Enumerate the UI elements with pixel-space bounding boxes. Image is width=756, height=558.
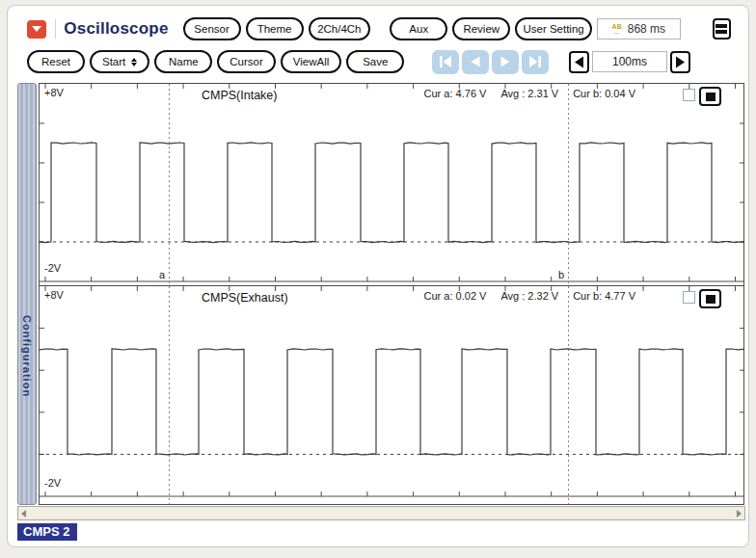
main-area: Configuration ab +8V CMPS(Intake) Cur a:…	[17, 83, 744, 505]
timebase-control: 100ms	[569, 51, 690, 73]
left-triangle-icon	[574, 56, 584, 68]
channel-title: CMPS(Intake)	[202, 89, 278, 102]
cursor-button[interactable]: Cursor	[217, 50, 276, 73]
toolbar-secondary: Reset Start Name Cursor ViewAll Save	[27, 46, 739, 77]
skip-first-button[interactable]	[432, 50, 459, 74]
avg-readout: Avg : 2.32 V	[500, 290, 558, 302]
sidebar-tab-configuration[interactable]: Configuration	[17, 83, 37, 505]
channel-checkbox[interactable]	[683, 291, 695, 304]
cursor-delta-value: 868 ms	[628, 22, 665, 36]
cursor-b-label: b	[558, 269, 564, 280]
step-forward-button[interactable]	[492, 50, 519, 74]
start-spinner-icon	[131, 58, 137, 66]
channel-tab-row: CMPS 2	[17, 522, 744, 542]
aux-button[interactable]: Aux	[390, 17, 447, 40]
app-window: Oscilloscope Sensor Theme 2Ch/4Ch Aux Re…	[7, 5, 749, 547]
cursor-a-label: a	[159, 269, 166, 280]
step-back-icon	[469, 56, 482, 67]
channel-mode-button[interactable]: 2Ch/4Ch	[309, 17, 371, 40]
reset-button[interactable]: Reset	[27, 50, 85, 73]
cursor-a-readout: Cur a: 0.02 V	[424, 290, 487, 302]
skip-last-button[interactable]	[522, 50, 549, 74]
scroll-right-icon[interactable]	[737, 510, 742, 518]
channel-title: CMPS(Exhaust)	[202, 291, 288, 305]
theme-button[interactable]: Theme	[246, 17, 304, 40]
skip-last-icon	[528, 56, 542, 67]
page-title: Oscilloscope	[64, 19, 168, 39]
timebase-decrease-button[interactable]	[569, 51, 589, 73]
user-setting-button[interactable]: User Setting	[515, 17, 592, 40]
name-button[interactable]: Name	[154, 50, 212, 73]
channel-color-swatch	[706, 93, 716, 101]
toolbar-primary: Oscilloscope Sensor Theme 2Ch/4Ch Aux Re…	[27, 13, 739, 44]
step-forward-icon	[499, 56, 512, 67]
playback-controls	[432, 50, 549, 74]
right-triangle-icon	[675, 56, 686, 68]
chart-panel-intake: ab +8V CMPS(Intake) Cur a: 4.76 V Avg : …	[40, 84, 743, 286]
cursor-b-readout: Cur b: 0.04 V	[573, 88, 635, 99]
cursor-a-readout: Cur a: 4.76 V	[424, 88, 487, 99]
y-axis-bottom-label: -2V	[44, 477, 61, 489]
channel-color-swatch	[706, 295, 716, 304]
timebase-increase-button[interactable]	[670, 51, 690, 73]
waveform-plot-exhaust[interactable]	[40, 286, 744, 504]
cursor-delta-time-display: AB ↔ 868 ms	[597, 18, 681, 40]
horizontal-scrollbar[interactable]	[17, 506, 745, 520]
menu-icon[interactable]	[713, 18, 731, 40]
cursor-ab-icon: AB ↔	[612, 23, 622, 36]
measurement-readouts: Cur a: 4.76 V Avg : 2.31 V Cur b: 0.04 V	[424, 88, 635, 99]
waveform-trace	[40, 143, 744, 243]
sidebar-tab-label: Configuration	[21, 315, 33, 397]
measurement-readouts: Cur a: 0.02 V Avg : 2.32 V Cur b: 4.77 V	[424, 290, 635, 302]
cursor-b-readout: Cur b: 4.77 V	[573, 290, 635, 302]
dropdown-triangle-icon	[32, 26, 41, 32]
y-axis-bottom-label: -2V	[44, 262, 61, 274]
scroll-left-icon[interactable]	[21, 510, 26, 518]
waveform-trace	[40, 349, 744, 455]
y-axis-top-label: +8V	[44, 87, 64, 98]
app-dropdown-button[interactable]	[27, 20, 46, 39]
sensor-button[interactable]: Sensor	[183, 17, 241, 40]
save-button[interactable]: Save	[346, 50, 404, 73]
review-button[interactable]: Review	[452, 17, 510, 40]
chart-container: ab +8V CMPS(Intake) Cur a: 4.76 V Avg : …	[39, 83, 744, 505]
timebase-value: 100ms	[592, 51, 667, 72]
avg-readout: Avg : 2.31 V	[500, 88, 558, 99]
step-back-button[interactable]	[462, 50, 489, 74]
y-axis-top-label: +8V	[44, 289, 64, 301]
channel-checkbox[interactable]	[683, 89, 695, 101]
skip-first-icon	[439, 56, 452, 67]
channel-color-button[interactable]	[699, 87, 721, 106]
channel-tab-cmps2[interactable]: CMPS 2	[17, 523, 77, 541]
separator	[55, 19, 56, 39]
start-button[interactable]: Start	[90, 50, 149, 73]
chart-panel-exhaust: +8V CMPS(Exhaust) Cur a: 0.02 V Avg : 2.…	[40, 286, 743, 504]
waveform-plot-intake[interactable]: ab	[40, 84, 744, 286]
channel-color-button[interactable]	[699, 289, 721, 308]
viewall-button[interactable]: ViewAll	[281, 50, 342, 73]
